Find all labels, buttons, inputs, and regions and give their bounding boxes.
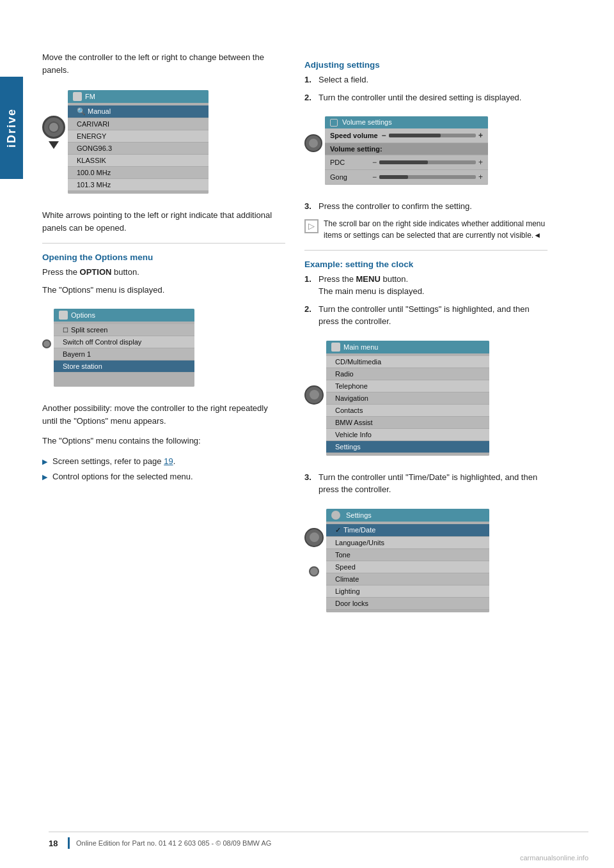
fm-row-klassik: KLASSIK: [68, 155, 209, 167]
fm-row-101mhz: 101.3 MHz: [68, 179, 209, 191]
settings-body: ✓ Time/Date Language/Units Tone Speed Cl…: [326, 522, 489, 612]
fm-row-carivari: CARIVARI: [68, 118, 209, 130]
example-heading: Example: setting the clock: [304, 260, 547, 269]
settings-controller: [304, 515, 324, 577]
adjusting-heading: Adjusting settings: [304, 60, 547, 70]
fm-screen-header: FM: [68, 90, 209, 103]
contains-text: The "Options" menu contains the followin…: [42, 435, 285, 447]
page: iDrive Move the controller to the left o…: [0, 0, 614, 868]
fm-row-manual: 🔍 Manual: [68, 105, 209, 118]
gong-bar: [379, 175, 476, 179]
fm-screen: FM 🔍 Manual CARIVARI ENERGY GONG96.3 KLA…: [68, 90, 209, 194]
settings-timedate: ✓ Time/Date: [326, 524, 489, 537]
another-text: Another possibility: move the controller…: [42, 402, 285, 427]
section-divider: [42, 243, 285, 244]
settings-climate: Climate: [326, 573, 489, 585]
settings-speed: Speed: [326, 561, 489, 573]
right-column: Adjusting settings 1. Select a field. 2.…: [304, 51, 547, 628]
left-controller: [42, 97, 65, 151]
options-heading: Opening the Options menu: [42, 252, 285, 262]
fm-row-gong: GONG96.3: [68, 143, 209, 155]
scroll-indicator-icon: ▷: [304, 219, 319, 233]
settings-doorlocks: Door locks: [326, 598, 489, 610]
section-divider-2: [304, 250, 547, 251]
main-menu-controller: [304, 347, 324, 405]
fm-screen-area: FM 🔍 Manual CARIVARI ENERGY GONG96.3 KLA…: [42, 84, 285, 201]
fm-row-energy: ENERGY: [68, 130, 209, 143]
volume-speed-row: Speed volume − +: [325, 128, 488, 143]
main-menu-screen: Main menu CD/Multimedia Radio Telephone …: [326, 341, 489, 456]
menu-contacts: Contacts: [326, 405, 489, 417]
menu-vehicle-info: Vehicle Info: [326, 429, 489, 441]
step3-clock: 3. Turn the controller until "Time/Date"…: [304, 471, 547, 496]
intro-text: Move the controller to the left or right…: [42, 51, 285, 76]
pdc-bar: [379, 160, 476, 164]
menu-navigation: Navigation: [326, 392, 489, 405]
bullet-arrow-1: ▶: [42, 456, 47, 467]
left-column: Move the controller to the left or right…: [42, 51, 285, 628]
menu-bmw-assist: BMW Assist: [326, 417, 489, 429]
options-screen-header: Options: [54, 309, 194, 322]
watermark: carmanualsonline.info: [520, 854, 588, 862]
step3-confirm: 3. Press the controller to confirm the s…: [304, 200, 547, 213]
options-row-store: Store station: [54, 360, 194, 373]
settings-tone: Tone: [326, 549, 489, 561]
fm-row-100mhz: 100.0 MHz: [68, 167, 209, 179]
bullet-control-options: ▶ Control options for the selected menu.: [42, 470, 285, 483]
settings-language: Language/Units: [326, 537, 489, 549]
main-menu-screen-area: Main menu CD/Multimedia Radio Telephone …: [304, 334, 547, 463]
volume-section-label: Volume setting:: [325, 143, 488, 155]
options-step1: Press the OPTION button.: [42, 266, 285, 279]
volume-screen: Volume settings Speed volume − +: [325, 116, 488, 185]
options-row-split: ☐ Split screen: [54, 324, 194, 336]
settings-screen: Settings ✓ Time/Date Language/Units Tone…: [326, 509, 489, 612]
footer-text: Online Edition for Part no. 01 41 2 603 …: [76, 839, 271, 847]
fm-icon: [73, 92, 82, 101]
settings-gear-icon: [331, 511, 340, 520]
main-menu-body: CD/Multimedia Radio Telephone Navigation…: [326, 353, 489, 456]
page-number: 18: [49, 839, 68, 848]
fm-screen-body: 🔍 Manual CARIVARI ENERGY GONG96.3 KLASSI…: [68, 103, 209, 194]
settings-lighting: Lighting: [326, 585, 489, 598]
options-step2: The "Options" menu is displayed.: [42, 284, 285, 297]
menu-settings: Settings: [326, 441, 489, 453]
bullet-arrow-2: ▶: [42, 472, 47, 483]
example-step1: 1. Press the MENU button.The main menu i…: [304, 273, 547, 298]
idrive-label: iDrive: [0, 77, 23, 179]
page-bar: [68, 837, 70, 849]
arrows-text: White arrows pointing to the left or rig…: [42, 209, 285, 234]
options-controller: [42, 315, 51, 348]
adjusting-step2: 2. Turn the controller until the desired…: [304, 91, 547, 104]
options-icon: [59, 311, 68, 320]
volume-screen-area: Volume settings Speed volume − +: [304, 110, 547, 192]
options-row-bayern: Bayern 1: [54, 348, 194, 360]
volume-header: Volume settings: [325, 116, 488, 128]
main-menu-header: Main menu: [326, 341, 489, 353]
volume-pdc-row: PDC − +: [325, 155, 488, 170]
example-step2: 2. Turn the controller until "Settings" …: [304, 303, 547, 328]
settings-screen-area: Settings ✓ Time/Date Language/Units Tone…: [304, 502, 547, 620]
options-screen-area: Options ☐ Split screen Switch off Contro…: [42, 302, 285, 394]
settings-header: Settings: [326, 509, 489, 522]
menu-cd: CD/Multimedia: [326, 356, 489, 368]
volume-icon: [330, 119, 338, 127]
volume-controller: [304, 123, 322, 152]
options-screen: Options ☐ Split screen Switch off Contro…: [54, 309, 194, 387]
options-screen-body: ☐ Split screen Switch off Control displa…: [54, 322, 194, 387]
menu-telephone: Telephone: [326, 380, 489, 392]
options-row-switch: Switch off Control display: [54, 336, 194, 348]
adjusting-step1: 1. Select a field.: [304, 74, 547, 86]
speed-volume-bar: [389, 134, 476, 137]
note-box: ▷ The scroll bar on the right side indic…: [304, 218, 547, 241]
link-page19[interactable]: 19: [164, 456, 173, 466]
page-footer: 18 Online Edition for Part no. 01 41 2 6…: [49, 832, 588, 849]
bullet-screen-settings: ▶ Screen settings, refer to page 19.: [42, 455, 285, 468]
menu-radio: Radio: [326, 368, 489, 380]
menu-icon: [331, 343, 340, 352]
volume-gong-row: Gong − +: [325, 170, 488, 185]
